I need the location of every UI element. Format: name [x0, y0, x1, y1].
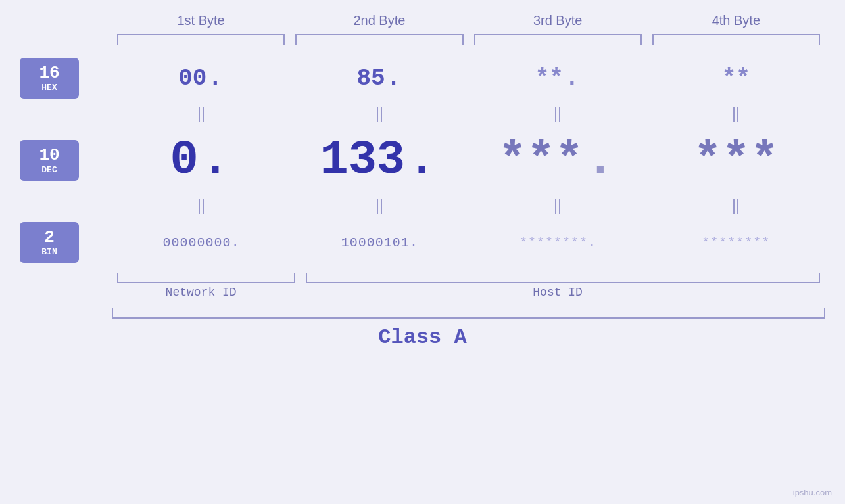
hex-dot3: .	[565, 65, 579, 92]
pipe5	[555, 107, 556, 122]
hex-b1-value: 00	[178, 65, 206, 92]
hex-row: 16 HEX 00 . 85 . ** . **	[20, 52, 825, 104]
dec-b2-value: 133	[320, 133, 405, 187]
dec-b4-cell: ***	[647, 133, 825, 187]
byte3-header: 3rd Byte	[469, 13, 647, 34]
pipes-4	[733, 107, 738, 122]
bin-b1-cell: 00000000 .	[112, 235, 290, 250]
pipes-5	[199, 199, 204, 214]
hex-b3-value: **	[535, 65, 564, 92]
eq1-b4	[647, 107, 825, 122]
bin-b3-cell: ******** .	[469, 235, 647, 250]
dec-b1-value: 0	[170, 133, 198, 187]
id-labels-row: Network ID Host ID	[112, 286, 825, 299]
pipes-8	[733, 199, 738, 214]
pipe3	[377, 107, 378, 122]
pipe9	[199, 199, 200, 214]
host-bracket	[306, 273, 820, 283]
dec-dot3: .	[586, 133, 614, 187]
bin-b2-value: 10000101	[341, 235, 410, 250]
bracket-b3	[474, 34, 642, 45]
pipe7	[733, 107, 735, 122]
hex-b2-value: 85	[356, 65, 385, 92]
hex-b2-cell: 85 .	[290, 65, 468, 92]
pipes-1	[199, 107, 204, 122]
eq2-b2	[290, 199, 468, 214]
equals-row-1	[112, 104, 825, 124]
bin-dot3: .	[588, 235, 596, 250]
pipes-2	[377, 107, 382, 122]
pipe13	[555, 199, 556, 214]
hex-b3-cell: ** .	[469, 65, 647, 92]
bin-number: 2	[44, 228, 55, 247]
network-bracket	[117, 273, 295, 283]
bin-dot1: .	[231, 235, 239, 250]
pipe4	[381, 107, 382, 122]
eq2-b3	[469, 199, 647, 214]
host-id-label: Host ID	[290, 286, 825, 299]
hex-number: 16	[39, 64, 59, 83]
dec-dot2: .	[408, 133, 436, 187]
byte4-header: 4th Byte	[647, 13, 825, 34]
hex-b4-cell: **	[647, 65, 825, 92]
dec-b1-cell: 0 .	[112, 133, 290, 187]
pipe8	[737, 107, 738, 122]
pipe6	[559, 107, 560, 122]
pipe10	[203, 199, 204, 214]
dec-row: 10 DEC 0 . 133 . *** . ***	[20, 124, 825, 196]
dec-values-row: 0 . 133 . *** . ***	[112, 133, 825, 187]
pipes-6	[377, 199, 382, 214]
eq1-b1	[112, 107, 290, 122]
eq2-b4	[647, 199, 825, 214]
pipe16	[737, 199, 738, 214]
pipe11	[377, 199, 378, 214]
full-bottom-bracket	[112, 308, 825, 319]
network-id-label: Network ID	[112, 286, 290, 299]
pipe1	[199, 107, 200, 122]
eq2-b1	[112, 199, 290, 214]
watermark: ipshu.com	[793, 488, 832, 497]
bracket-b1	[117, 34, 285, 45]
bin-b1-value: 00000000	[163, 235, 231, 250]
eq1-b2	[290, 107, 468, 122]
hex-text: HEX	[41, 83, 57, 93]
bin-text: BIN	[41, 247, 57, 257]
dec-b2-cell: 133 .	[290, 133, 468, 187]
bracket-b4	[652, 34, 820, 45]
eq1-b3	[469, 107, 647, 122]
bin-label: 2 BIN	[20, 222, 79, 263]
pipe12	[381, 199, 382, 214]
bin-row: 2 BIN 00000000 . 10000101 . ******** . *…	[20, 216, 825, 269]
pipe14	[559, 199, 560, 214]
byte1-header: 1st Byte	[112, 13, 290, 34]
hex-dot2: .	[387, 65, 401, 92]
bin-b2-cell: 10000101 .	[290, 235, 468, 250]
hex-b4-value: **	[722, 65, 750, 92]
dec-b4-value: ***	[694, 133, 779, 187]
dec-text: DEC	[41, 165, 57, 175]
bin-b4-cell: ********	[647, 235, 825, 250]
equals-row-2	[112, 196, 825, 216]
bracket-b2	[295, 34, 463, 45]
hex-values-row: 00 . 85 . ** . **	[112, 65, 825, 92]
pipe2	[203, 107, 204, 122]
dec-b3-cell: *** .	[469, 133, 647, 187]
hex-b1-cell: 00 .	[112, 65, 290, 92]
pipe15	[733, 199, 735, 214]
byte2-header: 2nd Byte	[290, 13, 468, 34]
bin-values-row: 00000000 . 10000101 . ******** . *******…	[112, 235, 825, 250]
bin-b4-value: ********	[702, 235, 770, 250]
dec-label: 10 DEC	[20, 140, 79, 181]
top-brackets-row	[112, 34, 825, 45]
class-label: Class A	[20, 325, 825, 350]
hex-dot1: .	[208, 65, 222, 92]
pipes-7	[555, 199, 560, 214]
dec-dot1: .	[201, 133, 229, 187]
hex-label: 16 HEX	[20, 58, 79, 99]
dec-b3-value: ***	[498, 133, 584, 187]
main-container: 1st Byte 2nd Byte 3rd Byte 4th Byte 16 H…	[0, 0, 845, 504]
dec-number: 10	[39, 146, 59, 165]
pipes-3	[555, 107, 560, 122]
bin-dot2: .	[410, 235, 418, 250]
byte-headers-row: 1st Byte 2nd Byte 3rd Byte 4th Byte	[112, 13, 825, 34]
